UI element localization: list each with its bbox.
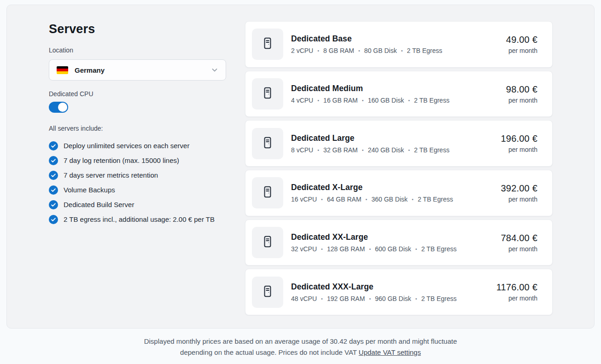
dedicated-cpu-toggle[interactable] <box>49 102 68 113</box>
server-price-box: 49.00 € per month <box>506 35 537 54</box>
include-item: 7 days server metrics retention <box>49 171 226 180</box>
server-price-period: per month <box>506 97 537 104</box>
server-name: Dedicated XX-Large <box>291 232 494 242</box>
include-item: 2 TB egress incl., additional usage: 2.0… <box>49 215 226 224</box>
spec-item: 2 TB Egress <box>404 146 449 154</box>
server-tower-icon <box>261 185 274 201</box>
server-price-box: 784.00 € per month <box>501 233 537 253</box>
server-card-main: Dedicated XX-Large 32 vCPU128 GB RAM600 … <box>291 232 494 253</box>
server-price: 784.00 € <box>501 233 537 243</box>
server-tower-icon <box>261 86 274 102</box>
include-item: Deploy unlimited services on each server <box>49 141 226 150</box>
check-icon <box>49 200 58 209</box>
server-price-period: per month <box>501 245 537 253</box>
include-item-label: 7 day log retention (max. 15000 lines) <box>64 156 179 165</box>
server-icon-box <box>252 177 283 208</box>
includes-list: Deploy unlimited services on each server… <box>49 141 226 224</box>
server-card-main: Dedicated Large 8 vCPU32 GB RAM240 GB Di… <box>291 133 494 154</box>
server-price-box: 1176.00 € per month <box>496 282 537 302</box>
spec-item: 2 TB Egress <box>397 47 443 54</box>
server-name: Dedicated X-Large <box>291 183 494 192</box>
spec-item: 960 GB Disk <box>365 295 411 302</box>
server-card-main: Dedicated Medium 4 vCPU16 GB RAM160 GB D… <box>291 84 499 104</box>
server-name: Dedicated Large <box>291 133 494 143</box>
server-card-main: Dedicated X-Large 16 vCPU64 GB RAM360 GB… <box>291 183 494 203</box>
spec-item: 192 GB RAM <box>317 295 365 302</box>
spec-item: 4 vCPU <box>291 97 313 104</box>
server-name: Dedicated Medium <box>291 84 499 93</box>
include-item: 7 day log retention (max. 15000 lines) <box>49 156 226 165</box>
server-card-main: Dedicated XXX-Large 48 vCPU192 GB RAM960… <box>291 282 489 302</box>
spec-item: 32 vCPU <box>291 245 317 253</box>
server-specs: 32 vCPU128 GB RAM600 GB Disk2 TB Egress <box>291 245 494 253</box>
spec-item: 2 TB Egress <box>411 245 457 253</box>
spec-item: 360 GB Disk <box>362 196 408 203</box>
server-price-box: 196.00 € per month <box>501 133 537 153</box>
check-icon <box>49 141 58 150</box>
include-item-label: 2 TB egress incl., additional usage: 2.0… <box>64 215 215 224</box>
update-vat-settings-link[interactable]: Update VAT settings <box>359 348 421 356</box>
location-label: Location <box>49 46 226 54</box>
spec-item: 48 vCPU <box>291 295 317 302</box>
server-price-period: per month <box>501 196 537 203</box>
spec-item: 2 TB Egress <box>404 97 449 104</box>
check-icon <box>49 171 58 180</box>
include-item-label: Dedicated Build Server <box>64 200 134 209</box>
server-specs: 16 vCPU64 GB RAM360 GB Disk2 TB Egress <box>291 196 494 203</box>
toggle-knob <box>58 103 67 112</box>
server-icon-box <box>252 78 283 110</box>
server-price-period: per month <box>501 146 537 153</box>
include-item-label: 7 days server metrics retention <box>64 171 158 180</box>
sidebar: Servers Location Germany Dedicated CPU A… <box>49 21 226 315</box>
server-price-box: 392.00 € per month <box>501 183 537 203</box>
server-card-main: Dedicated Base 2 vCPU8 GB RAM80 GB Disk2… <box>291 34 499 54</box>
server-specs: 8 vCPU32 GB RAM240 GB Disk2 TB Egress <box>291 146 494 154</box>
server-icon-box <box>252 29 283 60</box>
server-specs: 4 vCPU16 GB RAM160 GB Disk2 TB Egress <box>291 97 499 104</box>
spec-item: 80 GB Disk <box>354 47 397 54</box>
server-icon-box <box>252 128 283 159</box>
spec-item: 128 GB RAM <box>317 245 365 253</box>
spec-item: 16 GB RAM <box>313 97 358 104</box>
server-card[interactable]: Dedicated Medium 4 vCPU16 GB RAM160 GB D… <box>245 71 553 117</box>
server-card[interactable]: Dedicated Large 8 vCPU32 GB RAM240 GB Di… <box>245 120 553 167</box>
server-card[interactable]: Dedicated XXX-Large 48 vCPU192 GB RAM960… <box>245 269 553 315</box>
chevron-down-icon <box>211 66 218 74</box>
spec-item: 8 vCPU <box>291 146 313 154</box>
spec-item: 600 GB Disk <box>365 245 411 253</box>
spec-item: 64 GB RAM <box>317 196 362 203</box>
server-name: Dedicated XXX-Large <box>291 282 489 292</box>
server-tower-icon <box>261 284 274 300</box>
server-card[interactable]: Dedicated XX-Large 32 vCPU128 GB RAM600 … <box>245 220 553 266</box>
server-card[interactable]: Dedicated X-Large 16 vCPU64 GB RAM360 GB… <box>245 170 553 216</box>
dedicated-cpu-label: Dedicated CPU <box>49 90 226 98</box>
server-specs: 48 vCPU192 GB RAM960 GB Disk2 TB Egress <box>291 295 489 302</box>
spec-item: 240 GB Disk <box>358 146 404 154</box>
server-icon-box <box>252 227 283 258</box>
server-tower-icon <box>261 36 274 52</box>
include-item: Volume Backups <box>49 185 226 195</box>
server-name: Dedicated Base <box>291 34 499 44</box>
server-price-period: per month <box>496 295 537 302</box>
includes-heading: All servers include: <box>49 125 226 132</box>
server-price: 49.00 € <box>506 35 537 45</box>
spec-item: 2 vCPU <box>291 47 313 54</box>
server-tower-icon <box>261 136 274 151</box>
spec-item: 160 GB Disk <box>358 97 404 104</box>
server-list: Dedicated Base 2 vCPU8 GB RAM80 GB Disk2… <box>245 21 553 315</box>
check-icon <box>49 215 58 224</box>
server-card[interactable]: Dedicated Base 2 vCPU8 GB RAM80 GB Disk2… <box>245 21 553 68</box>
server-price: 392.00 € <box>501 183 537 194</box>
server-price: 196.00 € <box>501 133 537 144</box>
page-title: Servers <box>49 22 226 36</box>
germany-flag-icon <box>57 66 68 74</box>
check-icon <box>49 185 58 195</box>
location-select[interactable]: Germany <box>49 59 226 81</box>
include-item: Dedicated Build Server <box>49 200 226 209</box>
spec-item: 2 TB Egress <box>408 196 453 203</box>
check-icon <box>49 156 58 165</box>
include-item-label: Volume Backups <box>64 185 115 195</box>
spec-item: 8 GB RAM <box>313 47 354 54</box>
servers-panel: Servers Location Germany Dedicated CPU A… <box>6 5 595 329</box>
spec-item: 32 GB RAM <box>313 146 358 154</box>
